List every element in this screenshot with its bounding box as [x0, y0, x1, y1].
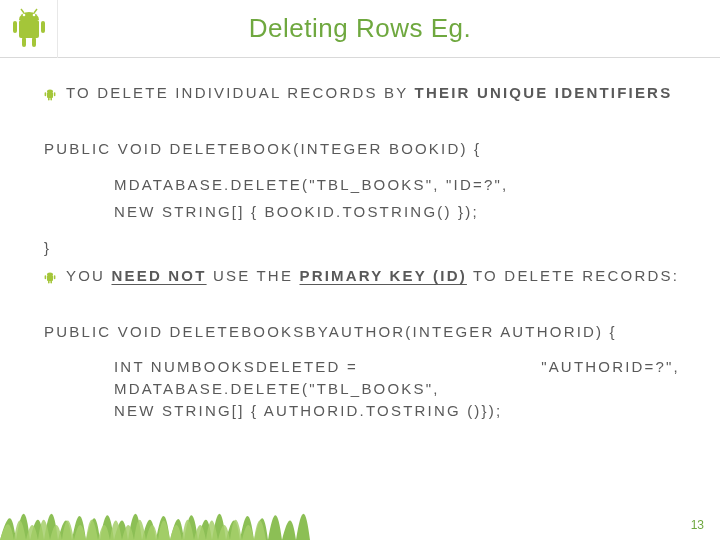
- text-span: TO DELETE INDIVIDUAL RECORDS BY: [66, 84, 415, 101]
- slide-header: Deleting Rows Eg.: [0, 0, 720, 58]
- page-number: 13: [691, 518, 704, 532]
- text-emph: NEED NOT: [111, 267, 206, 284]
- grass-decoration-icon: [0, 492, 720, 540]
- code-line: }: [44, 237, 680, 259]
- svg-rect-5: [13, 21, 17, 33]
- slide-body: TO DELETE INDIVIDUAL RECORDS BY THEIR UN…: [0, 58, 720, 422]
- svg-rect-13: [50, 98, 52, 101]
- svg-rect-0: [19, 20, 39, 38]
- bullet-text: TO DELETE INDIVIDUAL RECORDS BY THEIR UN…: [66, 82, 680, 104]
- text-span: YOU: [66, 267, 111, 284]
- android-logo-icon: [0, 0, 58, 58]
- svg-line-3: [21, 9, 24, 13]
- svg-rect-12: [48, 98, 50, 101]
- svg-rect-11: [54, 92, 56, 96]
- text-span: TO DELETE RECORDS:: [467, 267, 679, 284]
- code-line: MDATABASE.DELETE("TBL_BOOKS", "ID=?",: [44, 174, 680, 196]
- svg-line-4: [34, 9, 37, 13]
- slide-title: Deleting Rows Eg.: [58, 13, 720, 44]
- code-line: NEW STRING[] { BOOKID.TOSTRING() });: [44, 201, 680, 223]
- svg-rect-14: [47, 275, 53, 281]
- code-line: NEW STRING[] { AUTHORID.TOSTRING ()});: [44, 400, 680, 422]
- svg-point-1: [22, 13, 25, 16]
- svg-rect-8: [32, 37, 36, 47]
- svg-rect-18: [50, 280, 52, 283]
- svg-rect-7: [22, 37, 26, 47]
- code-line: PUBLIC VOID DELETEBOOK(INTEGER BOOKID) {: [44, 138, 680, 160]
- bullet-item: TO DELETE INDIVIDUAL RECORDS BY THEIR UN…: [44, 82, 680, 108]
- svg-rect-16: [54, 275, 56, 279]
- android-bullet-icon: [44, 86, 56, 108]
- code-line: "AUTHORID=?",: [541, 356, 680, 400]
- svg-rect-9: [47, 92, 53, 98]
- svg-rect-15: [45, 275, 47, 279]
- text-emph: THEIR UNIQUE IDENTIFIERS: [415, 84, 673, 101]
- code-line: PUBLIC VOID DELETEBOOKSBYAUTHOR(INTEGER …: [44, 321, 680, 343]
- svg-rect-10: [45, 92, 47, 96]
- bullet-text: YOU NEED NOT USE THE PRIMARY KEY (ID) TO…: [66, 265, 680, 287]
- svg-point-2: [32, 13, 35, 16]
- text-span: USE THE: [207, 267, 300, 284]
- svg-rect-17: [48, 280, 50, 283]
- code-line: INT NUMBOOKSDELETED = MDATABASE.DELETE("…: [44, 356, 481, 400]
- bullet-item: YOU NEED NOT USE THE PRIMARY KEY (ID) TO…: [44, 265, 680, 291]
- android-bullet-icon: [44, 269, 56, 291]
- svg-rect-6: [41, 21, 45, 33]
- text-emph: PRIMARY KEY (ID): [299, 267, 466, 284]
